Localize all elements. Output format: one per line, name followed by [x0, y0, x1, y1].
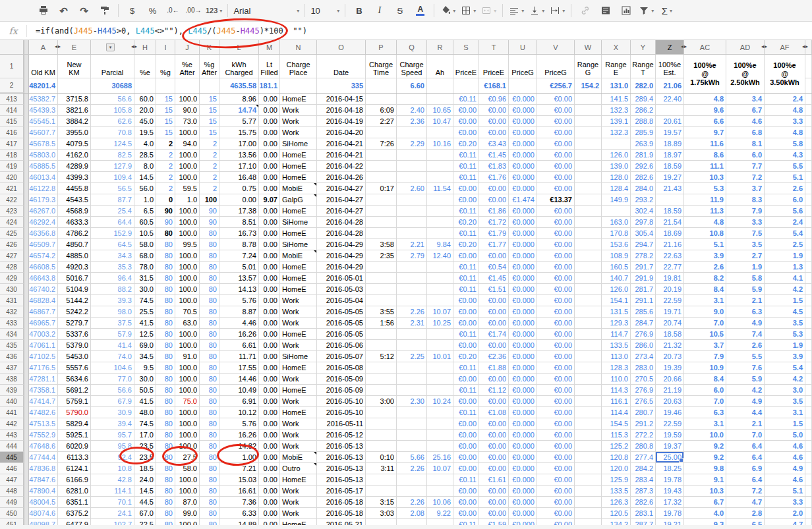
cell-Z438[interactable]: 20.66: [656, 374, 684, 385]
cell-J2[interactable]: [175, 78, 199, 93]
cell-A2[interactable]: 48201.4: [29, 78, 57, 93]
cell-F443[interactable]: 95.7: [91, 430, 134, 441]
cell-V434[interactable]: €0.00: [537, 329, 575, 340]
cell-AG445[interactable]: [805, 452, 812, 463]
cell-L438[interactable]: 14.46: [219, 374, 259, 385]
cell-X426[interactable]: 153.6: [602, 239, 631, 250]
cell-F441[interactable]: 30.9: [91, 407, 134, 418]
cell-K449[interactable]: 80: [200, 497, 219, 508]
cell-F445[interactable]: 92.4: [91, 452, 134, 463]
cell-R413[interactable]: [427, 94, 453, 105]
cell-N446[interactable]: Outro: [280, 463, 317, 474]
cell-H430[interactable]: 30.0: [134, 284, 156, 295]
cell-M445[interactable]: 0.00: [259, 452, 280, 463]
cell-O441[interactable]: 2016-05-10: [317, 407, 366, 418]
cell-V439[interactable]: €0.00: [537, 385, 575, 396]
cell-W434[interactable]: [575, 329, 602, 340]
cell-L432[interactable]: 8.87: [219, 306, 259, 318]
cell-R433[interactable]: 10.25: [427, 318, 453, 329]
cell-E447[interactable]: 6166.9: [58, 474, 91, 486]
cell-AG436[interactable]: [805, 351, 812, 362]
cell-AF449[interactable]: 3.3: [765, 497, 805, 508]
italic-button[interactable]: I: [369, 3, 390, 18]
cell-T429[interactable]: €1.45: [479, 273, 509, 284]
cell-L427[interactable]: 7.24: [219, 250, 259, 262]
cell-U450[interactable]: €0.000: [509, 508, 537, 519]
cell-T2[interactable]: €168.1: [479, 78, 508, 93]
cell-F446[interactable]: 10.8: [91, 463, 134, 474]
cell-K446[interactable]: 80: [200, 463, 219, 474]
cell-AG418[interactable]: [805, 150, 812, 161]
cell-Z425[interactable]: 18.69: [656, 228, 684, 239]
cell-AC440[interactable]: 7.0: [684, 396, 726, 407]
cell-AG439[interactable]: [805, 385, 812, 396]
cell-N418[interactable]: HomeE: [280, 150, 317, 161]
cell-AG423[interactable]: [805, 206, 812, 217]
cell-N441[interactable]: HomeE: [280, 407, 317, 418]
cell-X1[interactable]: RangeE: [602, 55, 630, 78]
vertical-align-button[interactable]: ▾: [527, 3, 547, 18]
cell-K436[interactable]: 80: [200, 351, 219, 362]
cell-AC443[interactable]: 10.0: [684, 430, 726, 441]
cell-U422[interactable]: €1.474: [509, 194, 537, 206]
cell-K434[interactable]: 80: [200, 329, 219, 340]
cell-O436[interactable]: 2016-05-07: [317, 351, 366, 362]
row-header-2[interactable]: 2: [0, 78, 24, 93]
cell-E428[interactable]: 4920.3: [58, 262, 91, 273]
cell-O425[interactable]: 2016-04-28: [317, 228, 366, 239]
cell-E438[interactable]: 5634.6: [58, 374, 91, 385]
cell-H423[interactable]: 6.5: [134, 206, 156, 217]
cell-N420[interactable]: HomeE: [280, 172, 317, 183]
cell-K425[interactable]: 80: [200, 228, 219, 239]
cell-T416[interactable]: €0.00: [479, 127, 509, 138]
column-header-Y[interactable]: Y: [631, 40, 656, 54]
cell-N427[interactable]: MobiE: [280, 250, 317, 262]
cell-H422[interactable]: 1.0: [134, 194, 156, 206]
cell-P431[interactable]: [366, 295, 397, 306]
cell-I416[interactable]: 15: [156, 127, 175, 138]
cell-N419[interactable]: HomeE: [280, 161, 317, 172]
cell-Q435[interactable]: [397, 340, 427, 351]
cell-M431[interactable]: 0.00: [259, 295, 280, 306]
cell-S446[interactable]: €0.00: [453, 463, 479, 474]
cell-AC450[interactable]: 4.0: [684, 508, 726, 519]
cell-M448[interactable]: 0.00: [259, 486, 280, 497]
cell-U413[interactable]: €0.000: [509, 94, 537, 105]
cell-U433[interactable]: €0.000: [509, 318, 537, 329]
cell-Q425[interactable]: [397, 228, 427, 239]
cell-T450[interactable]: €0.00: [479, 508, 509, 519]
cell-M422[interactable]: 9.07: [259, 194, 280, 206]
row-header-421[interactable]: 421: [0, 183, 24, 194]
cell-E437[interactable]: 5557.6: [58, 362, 91, 374]
cell-V416[interactable]: €0.00: [537, 127, 575, 138]
cell-AF427[interactable]: 1.9: [765, 250, 805, 262]
cell-J432[interactable]: 70.5: [175, 306, 200, 318]
cell-I423[interactable]: 90: [156, 206, 175, 217]
cell-W441[interactable]: [575, 407, 602, 418]
cell-A422[interactable]: 46179.3: [29, 194, 58, 206]
cell-M414[interactable]: 0.00: [259, 105, 280, 116]
cell-F421[interactable]: 56.5: [91, 183, 134, 194]
cell-AG434[interactable]: [805, 329, 812, 340]
cell-U416[interactable]: €0.000: [509, 127, 537, 138]
cell-P415[interactable]: 2:27: [366, 116, 397, 127]
cell-X419[interactable]: 139.0: [602, 161, 631, 172]
column-header-R[interactable]: R: [427, 40, 453, 54]
row-header-427[interactable]: 427: [0, 250, 24, 262]
cell-L440[interactable]: 6.91: [219, 396, 259, 407]
row-header-420[interactable]: 420: [0, 172, 24, 183]
cell-U425[interactable]: €0.000: [509, 228, 537, 239]
cell-R414[interactable]: 10.65: [427, 105, 453, 116]
cell-H433[interactable]: 41.5: [134, 318, 156, 329]
cell-H420[interactable]: 14.5: [134, 172, 156, 183]
cell-Y416[interactable]: 285.9: [631, 127, 656, 138]
cell-AF415[interactable]: 3.3: [765, 116, 805, 127]
cell-L414[interactable]: 14.74: [219, 105, 259, 116]
cell-AC435[interactable]: 3.7: [684, 340, 726, 351]
cell-N439[interactable]: HomeE: [280, 385, 317, 396]
cell-W444[interactable]: [575, 441, 602, 452]
cell-K439[interactable]: 80: [200, 385, 219, 396]
cell-N414[interactable]: Work: [280, 105, 317, 116]
cell-O439[interactable]: 2016-05-09: [317, 385, 366, 396]
cell-Q449[interactable]: 2.26: [397, 497, 427, 508]
